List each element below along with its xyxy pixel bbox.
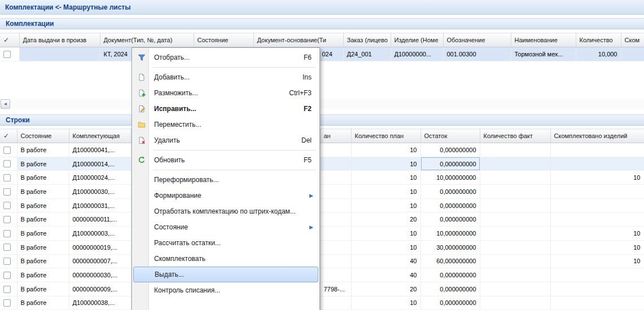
cell-state: В работе (17, 212, 69, 227)
row-checkbox[interactable] (3, 299, 11, 307)
row-checkbox[interactable] (3, 272, 11, 279)
submenu-arrow-icon (309, 193, 318, 198)
table-row[interactable]: В работе Д100000041,... 10 0,000000000 (0, 143, 644, 157)
column-header-product[interactable]: Изделие (Номе (391, 33, 443, 47)
row-checkbox[interactable] (3, 188, 11, 196)
cell-order: Д24_001 (343, 47, 391, 61)
column-header-date[interactable]: Дата выдачи в произв (19, 33, 100, 47)
cell-qty-fact (480, 296, 550, 310)
row-checkbox[interactable] (3, 216, 11, 223)
cell-partial (320, 171, 351, 185)
cell-qty-fact (480, 240, 550, 254)
row-checkbox[interactable] (3, 160, 11, 167)
cell-qty-plan: 10 (351, 171, 420, 185)
menu-item-reform[interactable]: Переформировать... (133, 172, 318, 188)
column-header-document[interactable]: Документ(Тип, №, дата) (100, 33, 194, 47)
cell-qty-plan: 40 (351, 254, 420, 268)
row-checkbox[interactable] (3, 202, 11, 209)
menu-item-writeoff-control[interactable]: Контроль списания... (133, 282, 318, 298)
menu-item-duplicate[interactable]: Размножить... Ctrl+F3 (133, 85, 318, 101)
column-header-partial[interactable]: ан (320, 129, 351, 143)
column-header-state[interactable]: Состояние (194, 33, 253, 47)
table-row[interactable]: КТ, 2024 024 Д24_001 Д10000000... 001.00… (0, 47, 644, 61)
menu-item-formation[interactable]: Формирование (133, 188, 318, 203)
menu-item-issue[interactable]: Выдать... (133, 267, 318, 282)
section-header-stroki: Строки (0, 114, 644, 126)
column-header-qty-plan[interactable]: Количество план (351, 129, 420, 143)
column-header-state[interactable]: Состояние (17, 129, 69, 143)
table-row[interactable]: В работе Д100000038,... 10 0,000000000 (0, 296, 644, 310)
row-checkbox[interactable] (3, 258, 11, 265)
table-row[interactable]: В работе Д100000030,... 10 0,000000000 (0, 185, 644, 199)
column-header-assembled[interactable]: Скомплектовано изделий (550, 129, 644, 143)
cell-assembled: 10 (550, 227, 644, 241)
menu-item-move[interactable]: Переместить... (133, 117, 318, 132)
cell-qty-plan: 40 (351, 268, 420, 282)
cell-assembled (550, 185, 644, 199)
cell-assembled (621, 47, 644, 61)
horizontal-scrollbar[interactable] (0, 99, 644, 109)
menu-item-assemble[interactable]: Скомплектовать (133, 251, 318, 267)
cell-rest: 10,000000000 (420, 171, 480, 185)
header-row: ✓ Дата выдачи в произв Документ(Тип, №, … (0, 33, 644, 47)
cell-qty-plan: 10 (351, 143, 420, 157)
menu-item-state[interactable]: Состояние (133, 219, 318, 235)
row-checkbox[interactable] (3, 243, 11, 251)
cell-rest: 0,000000000 (420, 296, 480, 310)
table-row[interactable]: В работе Д100000014,... 10 0,000000000 (0, 157, 644, 171)
menu-item-filter[interactable]: Отобрать... F6 (133, 50, 318, 65)
table-row[interactable]: В работе Д100000024,... 10 10,000000000 … (0, 171, 644, 185)
cell-partial (320, 198, 351, 212)
cell-component: Д100000024,... (69, 171, 131, 185)
cell-component: Д100000030,... (69, 185, 131, 199)
select-all-header[interactable]: ✓ (0, 129, 17, 143)
cell-component: 00000000019,... (69, 240, 131, 254)
row-checkbox[interactable] (3, 51, 11, 58)
row-checkbox[interactable] (3, 174, 11, 181)
cell-qty-fact (480, 227, 550, 241)
cell-state: В работе (17, 171, 69, 185)
row-checkbox[interactable] (3, 286, 11, 293)
table-row[interactable]: В работе 00000000007,... 40 60,000000000… (0, 254, 644, 268)
table-row[interactable]: В работе 00000000009,... 7798-... 20 0,0… (0, 282, 644, 296)
scroll-left-icon[interactable] (1, 99, 10, 109)
cell-partial (320, 143, 351, 157)
row-checkbox[interactable] (3, 147, 11, 154)
submenu-arrow-icon (309, 224, 318, 230)
app-window: Комплектации <- Маршрутные листы Комплек… (0, 0, 644, 310)
table-row[interactable]: В работе 00000000030,... 40 0,000000000 (0, 268, 644, 282)
menu-item-delete[interactable]: Удалить Del (133, 132, 318, 148)
menu-item-refresh[interactable]: Обновить F5 (133, 152, 318, 168)
cell-qty-fact (480, 212, 550, 227)
cell-partial (320, 157, 351, 171)
table-row[interactable]: В работе 00000000019,... 10 30,000000000… (0, 240, 644, 254)
table-row[interactable]: В работе Д100000003,... 10 10,000000000 … (0, 227, 644, 241)
column-header-rest[interactable]: Остаток (420, 129, 480, 143)
cell-assembled (550, 296, 644, 310)
menu-item-barcode-process[interactable]: Отработать комплектацию по штрих-кодам..… (133, 203, 318, 219)
filter-icon (133, 54, 150, 61)
menu-item-calc-rests[interactable]: Рассчитать остатки... (133, 235, 318, 251)
cell-date (19, 47, 100, 61)
menu-item-add[interactable]: Добавить... Ins (133, 69, 318, 85)
select-all-header[interactable]: ✓ (0, 33, 19, 47)
cell-partial (320, 185, 351, 199)
column-header-qty-fact[interactable]: Количество факт (480, 129, 550, 143)
cell-qty-fact (480, 282, 550, 296)
table-row[interactable]: В работе 00000000011,... 20 0,000000000 (0, 212, 644, 227)
cell-component: Д100000041,... (69, 143, 131, 157)
column-header-designation[interactable]: Обозначение (443, 33, 511, 47)
cell-qty-fact (480, 268, 550, 282)
cell-partial (320, 254, 351, 268)
cell-qty-plan: 20 (351, 212, 420, 227)
column-header-component[interactable]: Комплектующая (69, 129, 131, 143)
cell-assembled: 10 (550, 254, 644, 268)
column-header-order[interactable]: Заказ (лицево (343, 33, 391, 47)
menu-item-edit[interactable]: Исправить... F2 (133, 101, 318, 117)
row-checkbox[interactable] (3, 230, 11, 237)
column-header-base-document[interactable]: Документ-основание(Ти (253, 33, 343, 47)
column-header-quantity[interactable]: Количество (576, 33, 621, 47)
table-row[interactable]: В работе Д100000031,... 10 0,000000000 (0, 198, 644, 212)
column-header-assembled[interactable]: Ском (621, 33, 644, 47)
column-header-name[interactable]: Наименование (511, 33, 576, 47)
